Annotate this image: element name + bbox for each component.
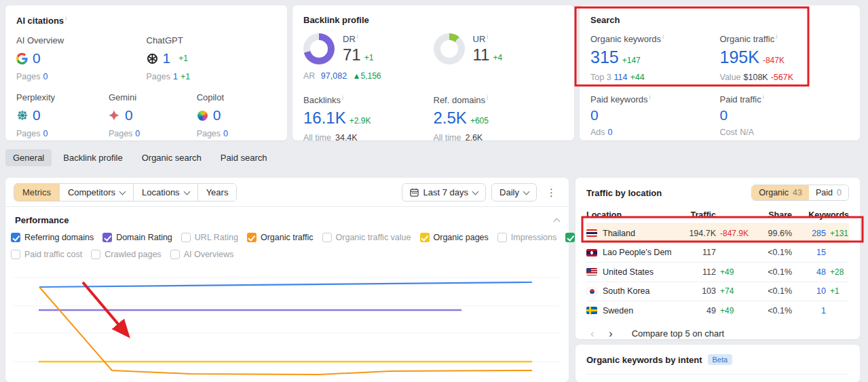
metric-checkboxes: Referring domainsDomain RatingURL Rating… xyxy=(5,228,569,259)
checkbox-icon xyxy=(102,233,112,242)
ai-stat-value[interactable]: 0 xyxy=(33,51,41,66)
info-icon[interactable]: i xyxy=(649,94,651,100)
location-name: United States xyxy=(603,267,654,277)
ai-stat-value[interactable]: 0 xyxy=(33,108,41,123)
checkbox-domain-rating[interactable]: Domain Rating xyxy=(102,233,172,242)
ai-stat-label: Perplexity xyxy=(16,92,109,102)
ads-value[interactable]: 0 xyxy=(608,128,613,137)
tab-general[interactable]: General xyxy=(5,149,52,166)
tab-backlink-profile[interactable]: Backlink profile xyxy=(56,149,130,166)
traffic-cell: 194.7K-847.9K xyxy=(671,229,751,238)
ai-citations-row-2: Perplexity0Pages0Gemini0Pages0Copilot0Pa… xyxy=(16,92,276,138)
info-icon[interactable]: i xyxy=(357,33,358,40)
filter-competitors-button[interactable]: Competitors xyxy=(60,184,134,201)
info-icon[interactable]: i xyxy=(763,94,764,100)
col-location: Location xyxy=(586,210,671,220)
granularity-button[interactable]: Daily xyxy=(491,183,537,202)
checkbox-organic-pages[interactable]: Organic pages xyxy=(420,233,489,242)
ai-pages-row: Pages1+1 xyxy=(147,72,277,81)
checkbox-impressions[interactable]: Impressions xyxy=(497,233,556,242)
keywords-by-intent-card: Organic keywords by intent Beta xyxy=(575,345,860,382)
ai-stat-value[interactable]: 0 xyxy=(213,108,221,123)
previous-page-button[interactable]: ‹ xyxy=(586,328,598,339)
ai-stat-chatgpt: ChatGPT1+1Pages1+1 xyxy=(147,35,277,81)
compare-top5-button[interactable]: Compare top 5 on chart xyxy=(632,328,725,339)
location-row-sweden[interactable]: Sweden49+49<0.1%1 xyxy=(586,301,849,320)
checkbox-organic-traffic[interactable]: Organic traffic xyxy=(247,233,314,242)
dashboard-page: AI citationsi AI Overview0Pages0ChatGPT1… xyxy=(0,0,868,382)
divider xyxy=(586,374,849,375)
info-icon[interactable]: i xyxy=(776,33,777,40)
keywords-cell: 10+1 xyxy=(792,286,849,296)
paid-traffic-value[interactable]: 0 xyxy=(720,107,728,123)
checkbox-icon xyxy=(322,233,332,242)
info-icon[interactable]: i xyxy=(487,33,488,40)
location-row-south-korea[interactable]: South Korea103+74<0.1%10+1 xyxy=(586,282,849,301)
date-range-button[interactable]: Last 7 days xyxy=(402,183,487,202)
checkbox-icon xyxy=(11,233,20,242)
location-row-thailand[interactable]: Thailand194.7K-847.9K99.6%285+131 xyxy=(586,223,849,243)
ai-pages-value[interactable]: 0 xyxy=(43,129,48,138)
next-page-button[interactable]: › xyxy=(605,328,616,339)
share-cell: <0.1% xyxy=(751,306,792,316)
filter-locations-button[interactable]: Locations xyxy=(134,184,198,201)
top3-value[interactable]: 114 xyxy=(614,73,628,82)
beta-badge: Beta xyxy=(708,354,733,365)
checkbox-icon xyxy=(247,233,257,242)
toggle-organic[interactable]: Organic 43 xyxy=(752,185,809,200)
organic-traffic-value[interactable]: 195K xyxy=(720,47,759,66)
keywords-link[interactable]: 285 xyxy=(792,229,826,238)
paid-keywords-value[interactable]: 0 xyxy=(590,107,599,123)
ai-pages-value[interactable]: 0 xyxy=(43,72,48,81)
location-row-lao-people-s-democratic-rep[interactable]: Lao People's Democratic Rep117<0.1%15 xyxy=(586,243,849,263)
more-options-button[interactable]: ⋮ xyxy=(542,185,561,200)
info-icon[interactable]: i xyxy=(487,94,488,101)
filter-metrics-button[interactable]: Metrics xyxy=(14,184,60,201)
traffic-cell: 49+49 xyxy=(671,306,751,316)
ref-domains-value[interactable]: 2.5K xyxy=(434,109,467,127)
organic-keywords-value[interactable]: 315 xyxy=(590,47,619,66)
checkbox-icon xyxy=(497,233,507,242)
checkbox-label: URL Rating xyxy=(195,233,238,242)
info-icon[interactable]: i xyxy=(65,15,67,22)
keywords-link[interactable]: 10 xyxy=(792,286,826,296)
filter-years-button[interactable]: Years xyxy=(198,184,237,201)
info-icon[interactable]: i xyxy=(662,33,664,40)
share-cell: <0.1% xyxy=(751,267,792,277)
location-row-united-states[interactable]: United States112+49<0.1%48+28 xyxy=(586,262,849,282)
ai-stat-label: Gemini xyxy=(109,92,197,102)
collapse-chevron-icon[interactable] xyxy=(554,218,561,225)
section-tabs: GeneralBacklink profileOrganic searchPai… xyxy=(5,149,275,166)
domain-rating-block: DRi 71+1 AR 97,082 ▲5,156 xyxy=(303,33,434,81)
google-icon xyxy=(16,53,28,64)
organic-paid-toggle: Organic 43 Paid 0 xyxy=(751,185,849,201)
ai-stat-value[interactable]: 1 xyxy=(163,51,171,66)
flag-icon-us xyxy=(586,268,597,275)
chevron-down-icon xyxy=(523,188,530,195)
keywords-link[interactable]: 15 xyxy=(792,248,826,257)
ahrefs-rank-value[interactable]: 97,082 xyxy=(321,71,347,81)
chevron-down-icon xyxy=(472,188,479,195)
checkbox-organic-traffic-value[interactable]: Organic traffic value xyxy=(322,233,411,242)
backlinks-value[interactable]: 16.1K xyxy=(303,109,346,127)
ai-stat-value[interactable]: 0 xyxy=(125,108,133,123)
ai-pages-value[interactable]: 0 xyxy=(135,129,140,138)
backlinks-block: Backlinksi 16.1K+2.9K All time34.4K xyxy=(303,94,434,142)
share-cell: <0.1% xyxy=(751,286,792,296)
location-name: Lao People's Democratic Rep xyxy=(603,248,671,257)
tab-organic-search[interactable]: Organic search xyxy=(134,149,209,166)
checkbox-url-rating[interactable]: URL Rating xyxy=(181,233,238,242)
checkbox-referring-domains[interactable]: Referring domains xyxy=(11,233,94,242)
tab-paid-search[interactable]: Paid search xyxy=(213,149,275,166)
chevron-down-icon xyxy=(119,188,126,195)
keywords-cell: 15 xyxy=(792,248,849,257)
toggle-paid[interactable]: Paid 0 xyxy=(809,185,848,200)
ai-stat-copilot: Copilot0Pages0 xyxy=(197,92,276,138)
ai-stat-perplexity: Perplexity0Pages0 xyxy=(16,92,109,138)
info-icon[interactable]: i xyxy=(342,94,343,101)
keywords-link[interactable]: 48 xyxy=(792,267,826,277)
keywords-link[interactable]: 1 xyxy=(792,306,826,316)
col-keywords: Keywords xyxy=(792,210,849,220)
ai-pages-value[interactable]: 0 xyxy=(223,129,228,138)
ai-pages-value[interactable]: 1 xyxy=(173,72,178,81)
